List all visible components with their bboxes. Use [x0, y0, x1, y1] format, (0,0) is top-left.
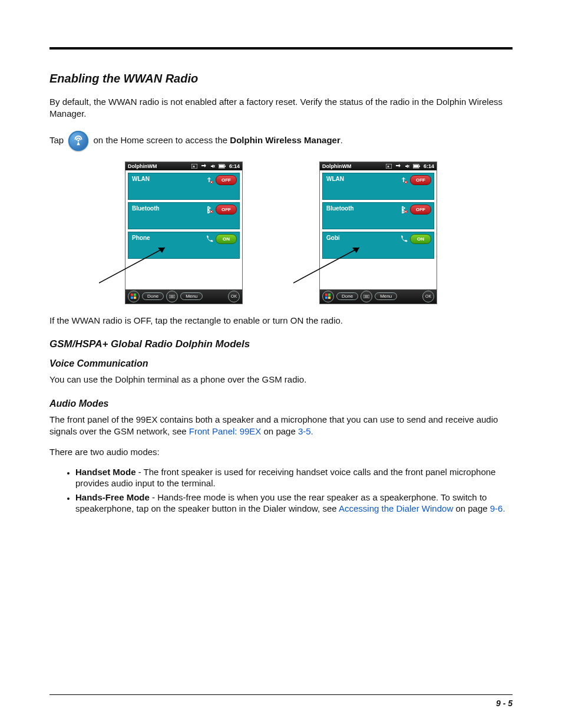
tile-bt-label: Bluetooth — [326, 205, 354, 212]
tile-gobi[interactable]: Gobi ON — [322, 232, 434, 259]
svg-rect-17 — [134, 297, 136, 299]
svg-rect-7 — [219, 165, 224, 167]
sip-keyboard-button[interactable] — [166, 291, 178, 302]
svg-rect-16 — [131, 297, 133, 299]
heading-audio-modes: Audio Modes — [49, 398, 513, 409]
bullet-handsfree: Hands-Free Mode - Hands-free mode is whe… — [75, 492, 513, 515]
link-page-3-5[interactable]: 3-5. — [298, 426, 313, 436]
tile-wlan[interactable]: WLAN OFF — [322, 173, 434, 200]
paragraph-intro: By default, the WWAN radio is not enable… — [49, 96, 513, 120]
paragraph-audio-two: There are two audio modes: — [49, 446, 513, 458]
tile-wlan-label: WLAN — [326, 176, 344, 182]
link-accessing-dialer[interactable]: Accessing the Dialer Window — [339, 503, 453, 513]
tile-bluetooth[interactable]: Bluetooth OFF — [128, 202, 240, 229]
svg-point-0 — [78, 140, 80, 141]
heading-enabling-wwan: Enabling the WWAN Radio — [49, 72, 513, 85]
status-keyboard-icon: a — [386, 164, 392, 169]
wireless-manager-icon — [68, 131, 88, 151]
tile-wlan[interactable]: WLAN OFF — [128, 173, 240, 200]
done-button[interactable]: Done — [336, 292, 358, 300]
top-rule — [49, 47, 513, 50]
svg-rect-39 — [328, 297, 330, 299]
paragraph-audio-intro: The front panel of the 99EX contains bot… — [49, 414, 513, 438]
status-battery-icon — [219, 164, 226, 169]
svg-rect-15 — [134, 294, 136, 296]
blank-area — [125, 261, 242, 289]
tile-bluetooth[interactable]: Bluetooth OFF — [322, 202, 434, 229]
handset-body: - The front speaker is used for receivin… — [75, 467, 495, 489]
screenshot-left: DolphinWM a 6:14 — [125, 162, 243, 304]
toggle-wlan[interactable]: OFF — [410, 175, 431, 185]
radio-tiles-right: WLAN OFF Bluetooth OFF Gob — [320, 170, 437, 261]
toggle-bt[interactable]: OFF — [216, 205, 237, 215]
svg-rect-18 — [169, 295, 175, 298]
tap-prefix: Tap — [49, 134, 64, 144]
windows-start-button[interactable] — [128, 291, 140, 302]
status-sync-icon — [201, 164, 207, 169]
paragraph-after-shots: If the WWAN radio is OFF, tap the rectan… — [49, 315, 513, 327]
svg-rect-14 — [131, 294, 133, 296]
tile-gobi-label: Gobi — [326, 235, 340, 241]
svg-rect-40 — [363, 295, 369, 298]
wifi-icon — [205, 176, 213, 184]
svg-rect-36 — [325, 294, 328, 296]
audio-modes-list: Handset Mode - The front speaker is used… — [75, 466, 513, 515]
svg-rect-28 — [419, 166, 420, 167]
blank-area — [320, 261, 437, 289]
antenna-icon — [72, 134, 85, 147]
tile-bt-label: Bluetooth — [132, 205, 160, 212]
svg-rect-38 — [325, 297, 328, 299]
bottom-bar: Done Menu OK — [320, 289, 437, 304]
phone-icon — [205, 235, 213, 243]
toggle-bt[interactable]: OFF — [410, 205, 431, 215]
footer-rule — [49, 694, 513, 695]
svg-text:a: a — [193, 164, 195, 168]
tap-suffix-a: on the Home screen to access the — [94, 134, 230, 144]
ok-button[interactable]: OK — [228, 291, 240, 302]
audio-intro-b: on page — [261, 426, 298, 436]
bluetooth-icon — [399, 205, 408, 213]
screenshots-row: DolphinWM a 6:14 — [49, 162, 513, 304]
heading-voice-comm: Voice Communication — [49, 358, 513, 369]
menu-button[interactable]: Menu — [375, 292, 397, 300]
bullet-handset: Handset Mode - The front speaker is used… — [75, 466, 513, 489]
status-time: 6:14 — [424, 163, 434, 169]
status-volume-icon — [210, 164, 215, 169]
handset-label: Handset Mode — [75, 467, 136, 477]
svg-text:a: a — [387, 164, 389, 168]
toggle-gobi[interactable]: ON — [410, 234, 431, 244]
heading-gsm-hspa: GSM/HSPA+ Global Radio Dolphin Models — [49, 338, 513, 350]
ok-button[interactable]: OK — [422, 291, 434, 302]
bluetooth-icon — [205, 205, 213, 213]
svg-rect-37 — [328, 294, 330, 296]
tile-wlan-label: WLAN — [132, 176, 150, 182]
tile-phone[interactable]: Phone ON — [128, 232, 240, 259]
bottom-bar: Done Menu OK — [125, 289, 242, 304]
status-sync-icon — [395, 164, 401, 169]
status-keyboard-icon: a — [191, 164, 197, 169]
menu-button[interactable]: Menu — [180, 292, 203, 300]
status-title: DolphinWM — [128, 163, 188, 169]
paragraph-voice: You can use the Dolphin terminal as a ph… — [49, 374, 513, 386]
screenshot-right: DolphinWM a 6:14 — [319, 162, 437, 304]
toggle-phone[interactable]: ON — [216, 234, 237, 244]
link-page-9-6[interactable]: 9-6. — [490, 503, 505, 513]
windows-start-button[interactable] — [322, 291, 334, 302]
handsfree-body-b: on page — [453, 503, 490, 513]
status-battery-icon — [413, 164, 420, 169]
tile-phone-label: Phone — [132, 235, 150, 241]
sip-keyboard-button[interactable] — [361, 291, 372, 302]
wifi-icon — [399, 176, 408, 184]
status-bar: DolphinWM a 6:14 — [125, 162, 242, 170]
phone-icon — [399, 235, 408, 243]
status-time: 6:14 — [229, 163, 240, 169]
screenshot-right-wrap: DolphinWM a 6:14 — [319, 162, 437, 304]
tap-suffix-b: . — [340, 134, 343, 144]
link-front-panel[interactable]: Front Panel: 99EX — [189, 426, 262, 436]
status-bar: DolphinWM a 6:14 — [320, 162, 437, 170]
page-number: 9 - 5 — [496, 699, 513, 708]
handsfree-label: Hands-Free Mode — [75, 492, 150, 502]
svg-rect-6 — [224, 166, 226, 167]
done-button[interactable]: Done — [142, 292, 164, 300]
toggle-wlan[interactable]: OFF — [216, 175, 237, 185]
